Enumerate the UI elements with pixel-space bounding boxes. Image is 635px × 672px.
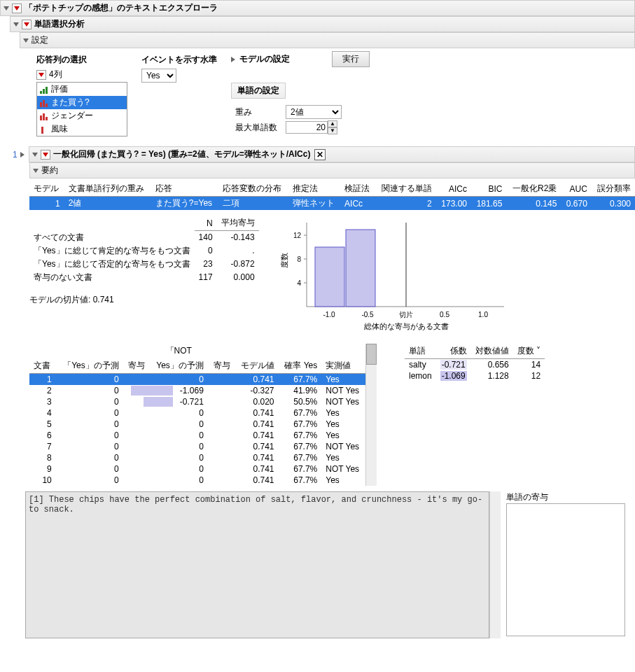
- settings-body: 応答列の選択 4列 評価 また買う? ジェンダー 風味 イベントを示す水準: [20, 48, 635, 142]
- word-contrib-title: 単語の寄与: [506, 491, 625, 503]
- table-row[interactable]: lemon -1.069 1.128 12: [405, 370, 545, 382]
- list-item[interactable]: ジェンダー: [37, 109, 127, 122]
- main-title: 「ポテトチップの感想」のテキストエクスプローラ: [25, 2, 218, 14]
- wordsel-header: 単語選択分析: [10, 16, 635, 32]
- menu-button[interactable]: [36, 70, 46, 80]
- contrib-table: N平均寄与 すべての文書140-0.143 「Yes」に総じて肯定的な寄与をもつ…: [29, 216, 259, 284]
- table-row: 「Yes」に総じて否定的な寄与をもつ文書23-0.872: [29, 258, 259, 271]
- table-row[interactable]: 4000.74167.7%Yes: [29, 407, 365, 419]
- svg-text:4: 4: [297, 279, 301, 287]
- bar-icon: [40, 126, 48, 133]
- svg-rect-6: [40, 115, 42, 120]
- spinner-down[interactable]: ▼: [328, 127, 337, 134]
- svg-text:0.5: 0.5: [440, 311, 449, 318]
- wordsel-title: 単語選択分析: [34, 18, 85, 30]
- list-item[interactable]: 風味: [37, 122, 127, 136]
- list-item[interactable]: また買う?: [37, 96, 127, 109]
- svg-rect-4: [43, 100, 45, 107]
- document-text-view[interactable]: [1] These chips have the perfect combina…: [25, 491, 489, 638]
- response-listbox[interactable]: 評価 また買う? ジェンダー 風味: [36, 82, 127, 136]
- disclosure-icon[interactable]: [32, 153, 38, 157]
- bar-icon: [40, 113, 48, 120]
- menu-button[interactable]: [41, 150, 50, 160]
- max-words-input[interactable]: [286, 121, 328, 134]
- table-row[interactable]: 7000.74167.7%NOT Yes: [29, 441, 365, 452]
- scrollbar[interactable]: [365, 344, 377, 486]
- menu-button[interactable]: [12, 4, 22, 13]
- word-contrib-box: [506, 503, 625, 636]
- settings-header: 設定: [20, 32, 635, 48]
- svg-rect-3: [40, 102, 42, 107]
- summary-row[interactable]: 1 2値 また買う?=Yes 二項 弾性ネット AICc 2 173.00 18…: [29, 197, 635, 211]
- document-table: 文書 「Yes」の予測 寄与 「NOT 寄与 モデル値 確率 Yes 実測値 Y…: [29, 344, 365, 486]
- table-row: 「Yes」に総じて肯定的な寄与をもつ文書0.: [29, 244, 259, 258]
- list-item[interactable]: 評価: [37, 83, 127, 96]
- event-level-label: イベントを示す水準: [141, 54, 217, 66]
- settings-title: 設定: [32, 34, 48, 46]
- x-axis-label: 総体的な寄与がある文書: [363, 322, 448, 330]
- svg-text:12: 12: [293, 232, 301, 239]
- scrollbar[interactable]: [489, 491, 501, 638]
- close-button[interactable]: ✕: [314, 149, 326, 160]
- word-settings-label: 単語の設定: [231, 83, 286, 99]
- table-row[interactable]: 30-0.7210.02050.5%NOT Yes: [29, 396, 365, 407]
- terms-table: 単語 係数 対数値値 度数 ˅ salty -0.721 0.656 14 le…: [405, 344, 545, 382]
- event-level-select[interactable]: Yes: [141, 69, 176, 83]
- y-axis-label: 度数: [280, 253, 288, 268]
- summary-title: 要約: [41, 164, 58, 176]
- bar-icon: [40, 86, 48, 93]
- disclosure-icon[interactable]: [33, 169, 39, 173]
- max-words-label: 最大単語数: [231, 120, 281, 135]
- svg-rect-9: [41, 127, 43, 134]
- svg-text:1.0: 1.0: [478, 311, 488, 318]
- weight-label: 重み: [231, 104, 281, 120]
- table-row[interactable]: 1000.74167.7%Yes: [29, 374, 365, 386]
- glm-title: 一般化回帰 (また買う? = Yes) (重み=2値、モデル=弾性ネット/AIC…: [53, 148, 311, 160]
- table-row[interactable]: 6000.74167.7%Yes: [29, 430, 365, 441]
- svg-rect-5: [46, 104, 48, 107]
- menu-button[interactable]: [22, 20, 32, 29]
- summary-header: 要約: [29, 162, 635, 178]
- weight-select[interactable]: 2値: [286, 105, 342, 119]
- table-row[interactable]: 10000.74167.7%Yes: [29, 475, 365, 486]
- table-row: すべての文書140-0.143: [29, 231, 259, 244]
- svg-rect-8: [46, 117, 48, 120]
- disclosure-icon[interactable]: [4, 6, 9, 10]
- table-row: 寄与のない文書1170.000: [29, 271, 259, 284]
- svg-rect-1: [43, 89, 45, 94]
- run-button[interactable]: 実行: [332, 51, 370, 67]
- table-row[interactable]: 9000.74167.7%NOT Yes: [29, 463, 365, 475]
- glm-header: 一般化回帰 (また買う? = Yes) (重み=2値、モデル=弾性ネット/AIC…: [29, 146, 635, 162]
- main-header: 「ポテトチップの感想」のテキストエクスプローラ: [0, 0, 635, 16]
- four-cols-label: 4列: [49, 69, 62, 80]
- summary-table: モデル 文書単語行列の重み 応答 応答変数の分布 推定法 検証法 関連する単語 …: [29, 181, 635, 210]
- spinner-up[interactable]: ▲: [328, 120, 337, 127]
- svg-text:切片: 切片: [399, 311, 413, 318]
- table-row[interactable]: 8000.74167.7%Yes: [29, 452, 365, 463]
- table-row[interactable]: 5000.74167.7%Yes: [29, 419, 365, 430]
- svg-rect-19: [346, 230, 375, 307]
- svg-rect-0: [40, 91, 42, 94]
- svg-rect-7: [43, 113, 45, 120]
- svg-text:8: 8: [297, 255, 301, 263]
- bar-icon: [40, 99, 48, 106]
- svg-text:-0.5: -0.5: [361, 311, 374, 318]
- col-select-label: 応答列の選択: [36, 54, 127, 66]
- disclosure-icon[interactable]: [23, 38, 29, 43]
- svg-text:-1.0: -1.0: [323, 311, 335, 318]
- table-row[interactable]: salty -0.721 0.656 14: [405, 359, 545, 371]
- svg-rect-2: [46, 87, 48, 94]
- disclosure-icon[interactable]: [20, 152, 25, 158]
- histogram-chart: 度数 4 8 12 -1.0 -0.5 切片 0.5: [280, 216, 518, 337]
- model-settings-label: モデルの設定: [239, 53, 290, 65]
- table-row[interactable]: 20-1.069-0.32741.9%NOT Yes: [29, 385, 365, 396]
- disclosure-icon[interactable]: [231, 57, 235, 62]
- svg-rect-18: [315, 247, 344, 307]
- anchor-number: 1: [13, 150, 18, 160]
- disclosure-icon[interactable]: [13, 22, 19, 27]
- intercept-label: モデルの切片値: 0.741: [29, 294, 259, 306]
